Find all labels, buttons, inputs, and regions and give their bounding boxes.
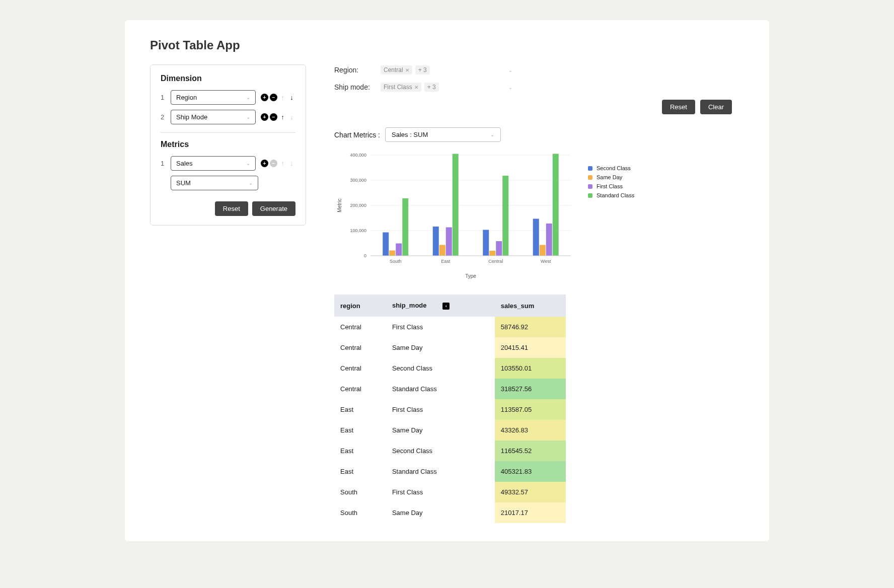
cell-shipmode: Same Day	[386, 420, 495, 440]
move-down-icon: ↓	[288, 160, 295, 167]
legend-label: First Class	[597, 183, 623, 189]
table-row: East Same Day 43326.83	[334, 420, 566, 440]
move-down-icon[interactable]: ↓	[288, 94, 295, 101]
region-extra-tag: + 3	[415, 65, 430, 75]
bar[interactable]	[439, 245, 445, 256]
bar[interactable]	[446, 228, 452, 256]
row-number: 2	[161, 113, 166, 121]
cell-shipmode: First Class	[386, 399, 495, 420]
y-axis-label: Metric	[337, 198, 342, 212]
shipmode-tag-text: First Class	[384, 84, 412, 91]
cell-region: Central	[334, 337, 386, 358]
region-filter-select[interactable]: Central ✕ + 3 ⌄	[381, 64, 516, 76]
move-up-icon: ↑	[279, 94, 286, 101]
legend-item[interactable]: First Class	[588, 183, 634, 189]
bar[interactable]	[402, 198, 408, 256]
cell-region: Central	[334, 317, 386, 337]
region-tag-text: Central	[384, 66, 403, 74]
legend-item[interactable]: Same Day	[588, 174, 634, 180]
cell-region: South	[334, 502, 386, 523]
chart-metrics-label: Chart Metrics :	[334, 131, 380, 139]
y-tick-label: 100,000	[350, 228, 366, 233]
region-filter-label: Region:	[334, 66, 375, 74]
cell-region: Central	[334, 379, 386, 399]
config-sidebar: Dimension 1 Region ⌄ + − ↑ ↓ 2 Ship Mode…	[150, 64, 306, 226]
legend-swatch	[588, 175, 592, 180]
cell-salessum: 20415.41	[495, 337, 566, 358]
bar[interactable]	[383, 233, 389, 256]
table-row: Central Standard Class 318527.56	[334, 379, 566, 399]
cell-shipmode: Standard Class	[386, 379, 495, 399]
reset-button[interactable]: Reset	[662, 100, 695, 114]
legend-item[interactable]: Standard Class	[588, 192, 634, 198]
chevron-down-icon: ⌄	[490, 132, 494, 137]
close-icon[interactable]: ✕	[414, 85, 418, 90]
table-header-region[interactable]: region	[334, 295, 386, 317]
pivot-table: region ship_mode ‹ sales_sum Central Fir…	[334, 295, 566, 523]
collapse-icon[interactable]: ‹	[442, 303, 450, 310]
cell-region: East	[334, 461, 386, 482]
chevron-down-icon: ⌄	[249, 180, 253, 186]
move-up-icon[interactable]: ↑	[279, 113, 286, 121]
x-tick-label: South	[390, 259, 402, 264]
shipmode-tag: First Class ✕	[381, 83, 421, 92]
shipmode-filter-label: Ship mode:	[334, 83, 375, 91]
x-axis-label: Type	[465, 273, 476, 279]
cell-region: East	[334, 399, 386, 420]
legend-swatch	[588, 166, 592, 171]
table-row: Central First Class 58746.92	[334, 317, 566, 337]
clear-button[interactable]: Clear	[700, 100, 732, 114]
bar[interactable]	[389, 251, 395, 256]
bar[interactable]	[489, 251, 495, 256]
bar[interactable]	[553, 154, 559, 256]
chevron-down-icon: ⌄	[508, 85, 512, 90]
cell-shipmode: First Class	[386, 317, 495, 337]
sidebar-reset-button[interactable]: Reset	[215, 201, 248, 216]
bar[interactable]	[396, 244, 402, 256]
shipmode-filter-select[interactable]: First Class ✕ + 3 ⌄	[381, 82, 516, 93]
add-icon[interactable]: +	[261, 160, 268, 167]
metrics-section-title: Metrics	[161, 140, 295, 149]
table-header-shipmode-text: ship_mode	[392, 302, 427, 309]
remove-icon[interactable]: −	[270, 113, 277, 121]
dimension-select[interactable]: Ship Mode ⌄	[171, 110, 256, 124]
cell-salessum: 318527.56	[495, 379, 566, 399]
sidebar-generate-button[interactable]: Generate	[252, 201, 295, 216]
close-icon[interactable]: ✕	[405, 67, 409, 73]
region-tag: Central ✕	[381, 65, 412, 75]
table-header-salessum[interactable]: sales_sum	[495, 295, 566, 317]
cell-shipmode: Same Day	[386, 502, 495, 523]
bar[interactable]	[483, 230, 489, 256]
table-header-shipmode[interactable]: ship_mode ‹	[386, 295, 495, 317]
y-tick-label: 300,000	[350, 178, 366, 183]
chart-metric-select[interactable]: Sales : SUM ⌄	[385, 127, 501, 142]
legend-swatch	[588, 184, 592, 189]
remove-icon[interactable]: −	[270, 94, 277, 101]
dimension-row: 2 Ship Mode ⌄ + − ↑ ↓	[161, 110, 295, 124]
bar[interactable]	[546, 224, 552, 256]
table-row: East Second Class 116545.52	[334, 440, 566, 461]
table-row: South Same Day 21017.17	[334, 502, 566, 523]
legend-item[interactable]: Second Class	[588, 165, 634, 171]
bar[interactable]	[502, 176, 508, 256]
metric-select[interactable]: Sales ⌄	[171, 156, 256, 171]
table-row: East Standard Class 405321.83	[334, 461, 566, 482]
bar[interactable]	[433, 227, 439, 256]
legend-label: Same Day	[597, 174, 622, 180]
cell-salessum: 116545.52	[495, 440, 566, 461]
chevron-down-icon: ⌄	[508, 67, 512, 73]
add-icon[interactable]: +	[261, 113, 268, 121]
dimension-select[interactable]: Region ⌄	[171, 90, 256, 105]
cell-region: Central	[334, 358, 386, 379]
cell-shipmode: Standard Class	[386, 461, 495, 482]
y-tick-label: 400,000	[350, 153, 366, 158]
bar[interactable]	[453, 154, 459, 256]
add-icon[interactable]: +	[261, 94, 268, 101]
bar[interactable]	[540, 245, 546, 256]
metric-agg-value: SUM	[176, 179, 191, 187]
bar[interactable]	[533, 219, 539, 256]
bar[interactable]	[496, 241, 502, 256]
x-tick-label: Central	[488, 259, 503, 264]
table-row: Central Same Day 20415.41	[334, 337, 566, 358]
metric-agg-select[interactable]: SUM ⌄	[171, 176, 258, 190]
